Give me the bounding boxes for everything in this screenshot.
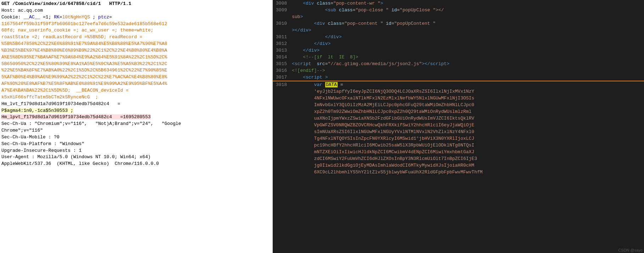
line-content-3010b: ></div> bbox=[290, 27, 644, 34]
code-line-v3: ImNvbGxlY3QiOiIzMzA2MjEiLCJpc0phcGFuQ29t… bbox=[273, 102, 644, 108]
code-line-v8: Tg4NFxlNTQOYSIsInZpcFN0YXRlcyI6MSwid1°jb… bbox=[273, 135, 644, 142]
line-num-v8 bbox=[273, 135, 290, 142]
line-content-v6: VpGWFZSV0NRQWZBZOVCRHcwQkhFRXkifSwiY2hhc… bbox=[290, 122, 644, 128]
line-content-v1: 'eyJjb21apfYyI6eyJpZCI6NjQ3ODQ4LCJOaXRsZ… bbox=[290, 88, 644, 95]
request-text: GET /ComicView/index/id/647858/cid/1 HTT… bbox=[1, 1, 271, 167]
code-line-3013: 3013 </div> bbox=[273, 47, 644, 54]
line-num-3009: 3009 bbox=[273, 7, 290, 13]
code-line-v2: 4NFxlNWUwcOFxalNTlkMFxlN2EzMlxlNefbWY5Nl… bbox=[273, 95, 644, 102]
line-num-v4 bbox=[273, 108, 290, 115]
code-line-3010b: ></div> bbox=[273, 27, 644, 34]
line-num-v2 bbox=[273, 95, 290, 102]
line-num-v5 bbox=[273, 115, 290, 122]
code-line-v4: xpZ2h0Tm92ZWwiOmZhbHNlLCJpc0xpZ2h0Q29taW… bbox=[273, 108, 644, 115]
code-line-3018: 3018 var DATA = bbox=[273, 81, 644, 88]
line-content-v13: 6XC9cL2lhbmhlYS5hY2ltZlvS5jblwybWFuaUhX2… bbox=[290, 169, 644, 176]
left-panel: GET /ComicView/index/id/647858/cid/1 HTT… bbox=[0, 0, 273, 253]
watermark: CSDN @sayo bbox=[618, 248, 643, 252]
code-area: 3008 <div class="pop-content-wr "> 3009 … bbox=[273, 0, 644, 253]
line-num-v11 bbox=[273, 155, 290, 162]
line-num-v1 bbox=[273, 88, 290, 95]
code-line-3015: 3015 <script src="//ac.gtimg.com/media/j… bbox=[273, 61, 644, 67]
line-num-v9 bbox=[273, 142, 290, 149]
code-line-v5: uaXNoIjpmYWxzZSwiaXNSb2FzdGFibGUiOnRydWU… bbox=[273, 115, 644, 122]
line-content-v5: uaXNoIjpmYWxzZSwiaXNSb2FzdGFibGUiOnRydWU… bbox=[290, 115, 644, 122]
code-line-3014: 3014 <!--[if lt IE 8]> bbox=[273, 54, 644, 61]
code-line-3009b: sub> bbox=[273, 13, 644, 20]
code-line-3017: 3017 <script > bbox=[273, 74, 644, 81]
line-content-3010: <div class="pop-content " id="popUpConte… bbox=[290, 20, 644, 27]
line-content-v2: 4NFxlNWUwcOFxalNTlkMFxlN2EzMlxlNefbWY5Nl… bbox=[290, 95, 644, 102]
line-content-v10: mNTZXEiOiIxIiwicHJldkNpZCI6MCwibmV4dENpZ… bbox=[290, 149, 644, 155]
line-num-v12 bbox=[273, 162, 290, 169]
line-num-3016: 3016 bbox=[273, 67, 290, 74]
line-content-v12: jg0Iiwid2lkdGgiOjEyMDAsImhlaWdodCI6MTkyM… bbox=[290, 162, 644, 169]
line-content-3015: <script src="//ac.gtimg.com/media/js/jso… bbox=[290, 61, 644, 67]
line-num-v13 bbox=[273, 169, 290, 176]
line-num-3009b bbox=[273, 13, 290, 20]
line-num-3018: 3018 bbox=[273, 81, 290, 88]
code-line-v1: 'eyJjb21apfYyI6eyJpZCI6NjQ3ODQ4LCJOaXRsZ… bbox=[273, 88, 644, 95]
line-content-3009b: sub> bbox=[290, 13, 644, 20]
line-num-v7 bbox=[273, 128, 290, 135]
code-line-v7: sImNUaXRsZSI6IlxlNGUwMFxlNGUyYVxlNTMlNVx… bbox=[273, 128, 644, 135]
code-line-v9: pc19hcHBfY2hhcHRlciI6MCwib25saW5lX3RpbWU… bbox=[273, 142, 644, 149]
line-content-v8: Tg4NFxlNTQOYSIsInZpcFN0YXRlcyI6MSwid1°jb… bbox=[290, 135, 644, 142]
line-num-3014: 3014 bbox=[273, 54, 290, 61]
code-line-3008: 3008 <div class="pop-content-wr "> bbox=[273, 0, 644, 7]
line-content-v9: pc19hcHBfY2hhcHRlciI6MCwib25saW5lX3RpbWU… bbox=[290, 142, 644, 149]
line-num-3017: 3017 bbox=[273, 74, 290, 81]
line-num-3011: 3011 bbox=[273, 34, 290, 40]
code-line-3011: 3011 </div> bbox=[273, 34, 644, 40]
line-content-3009: <sub class="pop-close " id="popUpClose "… bbox=[290, 7, 644, 13]
code-line-3009: 3009 <sub class="pop-close " id="popUpCl… bbox=[273, 7, 644, 13]
line-content-3018: var DATA = bbox=[290, 81, 644, 88]
right-panel: 3008 <div class="pop-content-wr "> 3009 … bbox=[273, 0, 644, 253]
line-num-3008: 3008 bbox=[273, 0, 290, 7]
line-content-v4: xpZ2h0Tm92ZWwiOmZhbHNlLCJpc0xpZ2h0Q29taW… bbox=[290, 108, 644, 115]
code-line-3010: 3010 <div class="pop-content " id="popUp… bbox=[273, 20, 644, 27]
line-num-v3 bbox=[273, 102, 290, 108]
line-num-v10 bbox=[273, 149, 290, 155]
code-line-v12: jg0Iiwid2lkdGgiOjEyMDAsImhlaWdodCI6MTkyM… bbox=[273, 162, 644, 169]
line-content-3012: </div> bbox=[290, 40, 644, 47]
line-content-v3: ImNvbGxlY3QiOiIzMzA2MjEiLCJpc0phcGFuQ29t… bbox=[290, 102, 644, 108]
line-num-3012: 3012 bbox=[273, 40, 290, 47]
code-line-v13: 6XC9cL2lhbmhlYS5hY2ltZlvS5jblwybWFuaUhX2… bbox=[273, 169, 644, 176]
line-num-3010b bbox=[273, 27, 290, 34]
line-num-3013: 3013 bbox=[273, 47, 290, 54]
code-line-v6: VpGWFZSV0NRQWZBZOVCRHcwQkhFRXkifSwiY2hhc… bbox=[273, 122, 644, 128]
code-line-v10: mNTZXEiOiIxIiwicHJldkNpZCI6MCwibmV4dENpZ… bbox=[273, 149, 644, 155]
line-content-3011: </div> bbox=[290, 34, 644, 40]
line-num-v6 bbox=[273, 122, 290, 128]
line-content-3014: <!--[if lt IE 8]> bbox=[290, 54, 644, 61]
code-line-v11: zdCI6MSwiY2FuUmVhZCI6dHJlZXOsInBpY3N3Rlc… bbox=[273, 155, 644, 162]
line-num-3015: 3015 bbox=[273, 61, 290, 67]
line-content-v11: zdCI6MSwiY2FuUmVhZCI6dHJlZXOsInBpY3N3Rlc… bbox=[290, 155, 644, 162]
line-num-3010: 3010 bbox=[273, 20, 290, 27]
line-content-3016: <![endif]--> bbox=[290, 67, 644, 74]
code-line-3012: 3012 </div> bbox=[273, 40, 644, 47]
code-line-3016: 3016 <![endif]--> bbox=[273, 67, 644, 74]
line-content-v7: sImNUaXRsZSI6IlxlNGUwMFxlNGUyYVxlNTMlNVx… bbox=[290, 128, 644, 135]
line-content-3017: <script > bbox=[290, 74, 644, 81]
line-content-3013: </div> bbox=[290, 47, 644, 54]
line-content-3008: <div class="pop-content-wr "> bbox=[290, 0, 644, 7]
